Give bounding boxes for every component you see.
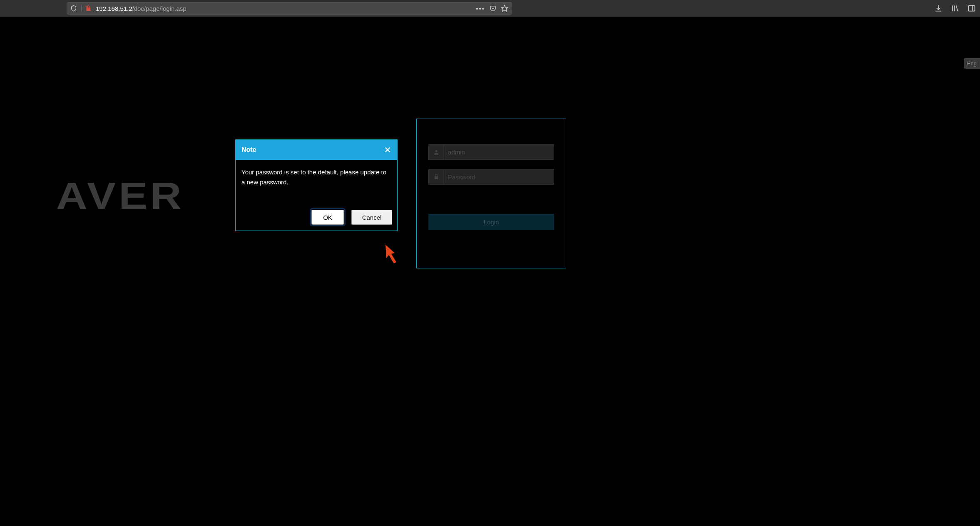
dialog-footer: OK Cancel [236,206,397,231]
dim-overlay [417,119,566,268]
username-field-wrap [428,144,554,160]
dialog-title: Note [241,146,256,154]
lock-icon [429,169,444,184]
login-panel: Login [416,119,566,268]
close-icon[interactable] [384,146,391,154]
page-content: Eng AVER Login Note Your password is set… [0,17,980,526]
login-button[interactable]: Login [428,214,554,230]
library-icon[interactable] [951,4,959,12]
shield-icon [70,5,77,12]
password-field-wrap [428,169,554,185]
language-selector[interactable]: Eng [964,58,980,69]
star-icon[interactable] [501,5,508,12]
brand-logo: AVER [56,175,184,218]
url-bar[interactable]: 192.168.51.2/doc/page/login.asp ••• [67,2,512,15]
url-text: 192.168.51.2/doc/page/login.asp [96,5,472,12]
svg-marker-1 [502,5,508,12]
lock-slash-icon [81,5,92,12]
download-icon[interactable] [934,4,943,12]
svg-rect-9 [435,176,438,179]
password-input[interactable] [444,169,554,184]
svg-rect-6 [969,5,975,11]
user-icon [429,144,444,159]
pocket-icon[interactable] [489,5,497,12]
dialog-header: Note [236,140,397,160]
dialog-message: Your password is set to the default, ple… [236,160,397,206]
cancel-button[interactable]: Cancel [351,210,392,225]
svg-line-5 [956,5,958,11]
browser-toolbar: 192.168.51.2/doc/page/login.asp ••• [0,0,980,17]
svg-point-8 [435,150,437,152]
sidebar-icon[interactable] [968,4,976,12]
more-icon[interactable]: ••• [476,5,485,12]
note-dialog: Note Your password is set to the default… [235,139,398,231]
ok-button[interactable]: OK [311,210,344,225]
annotation-arrow-icon [382,241,405,265]
svg-marker-12 [386,245,396,263]
username-input[interactable] [444,144,554,159]
